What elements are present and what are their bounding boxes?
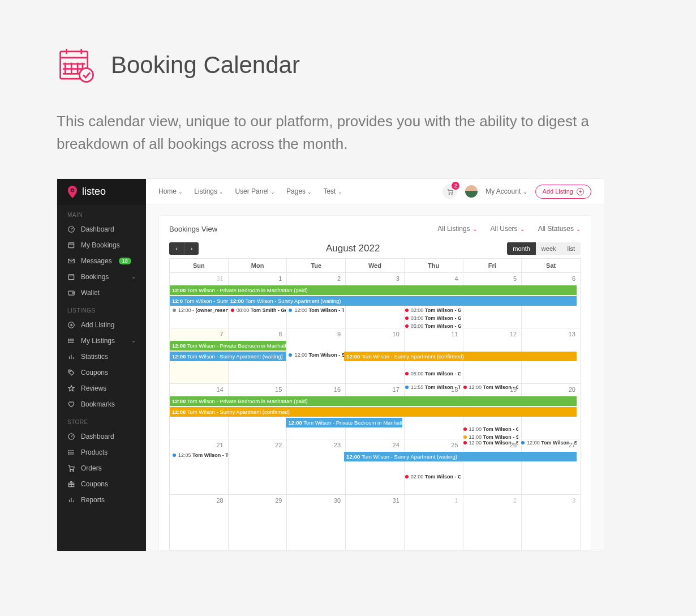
day-number: 9 xyxy=(337,331,341,337)
day-cell[interactable]: 11 xyxy=(404,328,463,383)
day-cell[interactable]: 16 xyxy=(287,383,346,439)
prev-month-button[interactable]: ‹ xyxy=(169,242,184,255)
day-cell[interactable]: 23 xyxy=(287,439,346,494)
day-cell[interactable]: 2 xyxy=(287,272,346,328)
sidebar-item-reviews[interactable]: Reviews xyxy=(57,380,146,396)
day-cell[interactable]: 1412:00 Tom Wilson - Private Bedroom in … xyxy=(170,383,229,439)
sidebar-item-my-bookings[interactable]: My Bookings xyxy=(57,237,146,253)
sidebar-item-orders[interactable]: Orders xyxy=(57,460,146,476)
avatar[interactable] xyxy=(465,185,478,198)
booking-dot-event[interactable]: 12:05 Tom Wilson - Tom& xyxy=(170,452,228,459)
nav-user-panel[interactable]: User Panel ⌄ xyxy=(235,187,275,195)
nav-pages[interactable]: Pages ⌄ xyxy=(286,187,312,195)
filter-all-listings[interactable]: All Listings⌄ xyxy=(437,225,476,233)
day-cell[interactable]: 1 xyxy=(228,272,287,328)
day-cell[interactable]: 3 xyxy=(522,494,581,550)
day-cell[interactable]: 4 xyxy=(404,272,463,328)
day-cell[interactable]: 31 xyxy=(346,494,405,550)
day-number: 14 xyxy=(216,386,223,393)
view-list-button[interactable]: list xyxy=(562,242,581,255)
day-cell[interactable]: 22 xyxy=(228,439,287,494)
day-cell[interactable]: 18 xyxy=(404,383,463,439)
svg-rect-18 xyxy=(68,275,74,280)
sidebar-item-reports[interactable]: Reports xyxy=(57,492,146,508)
day-cell[interactable]: 10 xyxy=(346,328,405,383)
day-cell[interactable]: 1 xyxy=(404,494,463,550)
view-month-button[interactable]: month xyxy=(507,242,536,255)
svg-point-43 xyxy=(73,470,74,471)
day-cell[interactable]: 13 xyxy=(522,328,581,383)
sidebar-item-bookmarks[interactable]: Bookmarks xyxy=(57,396,146,412)
day-cell[interactable]: 6 xyxy=(522,272,581,328)
day-cell[interactable]: 12 xyxy=(463,328,522,383)
svg-point-21 xyxy=(72,292,74,293)
sidebar-item-add-listing[interactable]: Add Listing xyxy=(57,317,146,333)
wallet-icon xyxy=(67,289,75,297)
sidebar-item-wallet[interactable]: Wallet xyxy=(57,285,146,301)
filter-all-statuses[interactable]: All Statuses⌄ xyxy=(538,225,581,233)
top-nav: Home ⌄Listings ⌄User Panel ⌄Pages ⌄Test … xyxy=(158,187,342,195)
day-cell[interactable]: 30 xyxy=(287,494,346,550)
booking-dot-event[interactable]: 12:00 - (owner_reservatio xyxy=(170,307,228,314)
day-cell[interactable]: 25 xyxy=(404,439,463,494)
star-icon xyxy=(67,384,75,392)
nav-listings[interactable]: Listings ⌄ xyxy=(194,187,224,195)
list-icon xyxy=(67,448,75,456)
day-number: 18 xyxy=(451,386,458,393)
day-cell[interactable]: 19 xyxy=(463,383,522,439)
day-cell[interactable]: 27 xyxy=(522,439,581,494)
day-number: 13 xyxy=(569,331,575,337)
day-cell[interactable]: 2112:00 Tom Wilson - Sunny Apartment (wa… xyxy=(170,439,229,494)
sidebar-item-messages[interactable]: Messages 18 xyxy=(57,253,146,269)
day-number: 31 xyxy=(393,497,399,504)
sidebar-item-dashboard[interactable]: Dashboard xyxy=(57,221,146,237)
account-dropdown[interactable]: My Account ⌄ xyxy=(486,187,527,195)
sidebar-item-label: Dashboard xyxy=(81,225,114,233)
sidebar-item-coupons[interactable]: Coupons xyxy=(57,365,146,380)
sidebar-item-products[interactable]: Products xyxy=(57,444,146,460)
day-cell[interactable]: 20 xyxy=(522,383,581,439)
current-month: August 2022 xyxy=(199,243,507,254)
next-month-button[interactable]: › xyxy=(184,242,199,255)
booking-bar[interactable]: 12:0 Tom Wilson - Sunny Apt xyxy=(170,296,228,306)
day-cell[interactable]: 24 xyxy=(346,439,405,494)
day-cell[interactable]: 5 xyxy=(463,272,522,328)
svg-point-51 xyxy=(452,194,453,195)
day-number: 27 xyxy=(569,442,575,448)
day-number: 15 xyxy=(275,386,282,393)
day-cell[interactable]: 3 xyxy=(346,272,405,328)
cart-button[interactable]: 2 xyxy=(442,184,457,199)
day-number: 25 xyxy=(451,442,458,448)
sidebar-item-coupons[interactable]: Coupons xyxy=(57,476,146,492)
sidebar-item-dashboard[interactable]: Dashboard xyxy=(57,429,146,444)
sidebar-item-my-listings[interactable]: My Listings ⌄ xyxy=(57,333,146,349)
view-week-button[interactable]: week xyxy=(536,242,562,255)
day-cell[interactable]: 15 xyxy=(228,383,287,439)
day-cell[interactable]: 8 xyxy=(228,328,287,383)
day-number: 30 xyxy=(334,497,341,504)
sidebar-item-label: Add Listing xyxy=(81,321,114,329)
day-cell[interactable]: 9 xyxy=(287,328,346,383)
nav-test[interactable]: Test ⌄ xyxy=(323,187,342,195)
day-cell[interactable]: 2 xyxy=(463,494,522,550)
list-icon xyxy=(67,337,75,345)
day-cell[interactable]: 29 xyxy=(228,494,287,550)
day-cell[interactable]: 17 xyxy=(346,383,405,439)
day-cell[interactable]: 3112:00 Tom Wilson - Private Bedroom in … xyxy=(170,272,229,328)
day-cell[interactable]: 26 xyxy=(463,439,522,494)
day-number: 11 xyxy=(451,331,458,337)
filter-all-users[interactable]: All Users⌄ xyxy=(491,225,525,233)
add-listing-button[interactable]: Add Listing+ xyxy=(535,185,591,199)
sidebar-item-statistics[interactable]: Statistics xyxy=(57,349,146,365)
cal-icon xyxy=(67,273,75,281)
plus-icon xyxy=(67,321,75,329)
day-cell[interactable]: 28 xyxy=(170,494,229,550)
day-header: Wed xyxy=(346,258,405,272)
brand-logo[interactable]: listeo xyxy=(57,179,146,205)
day-number: 28 xyxy=(216,497,223,504)
sidebar-item-bookings[interactable]: Bookings ⌄ xyxy=(57,269,146,285)
card-title: Bookings View xyxy=(169,225,217,233)
nav-home[interactable]: Home ⌄ xyxy=(158,187,183,195)
sidebar-item-label: Reports xyxy=(81,496,105,504)
day-cell[interactable]: 712:00 Tom Wilson - Private Bedroom in M… xyxy=(170,328,229,383)
